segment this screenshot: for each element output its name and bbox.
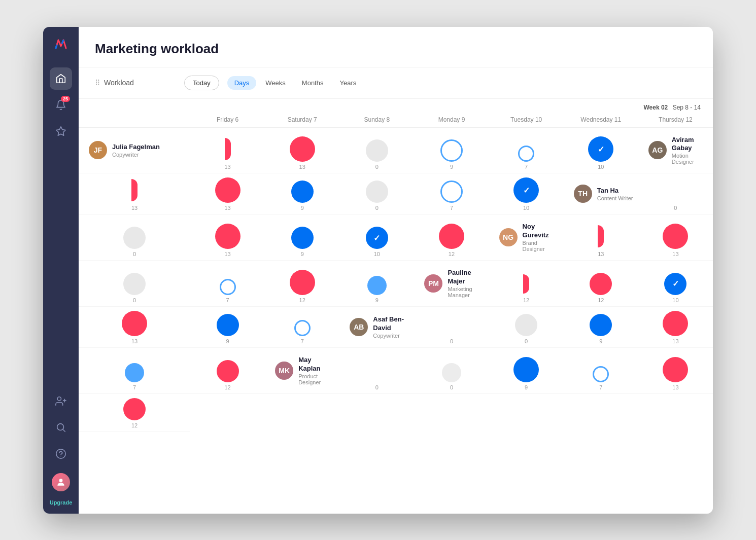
avatar-may: MK xyxy=(275,362,293,380)
col-header-wed: Wednesday 11 xyxy=(564,113,638,128)
bubble-asaf-mon xyxy=(663,311,688,336)
sidebar-item-help[interactable] xyxy=(50,443,72,465)
bubble-asaf-sat xyxy=(515,314,537,336)
svg-rect-0 xyxy=(52,35,70,53)
bubble-pauline-mon xyxy=(122,311,147,336)
col-header-person xyxy=(79,113,190,128)
col-header-mon: Monday 9 xyxy=(414,113,489,128)
may-mon: 7 xyxy=(564,348,638,394)
week-header: Week 02 Sep 8 - 14 xyxy=(79,99,713,113)
may-wed: 12 xyxy=(79,394,190,432)
sidebar-item-notifications[interactable]: 25 xyxy=(50,94,72,116)
today-button[interactable]: Today xyxy=(184,76,219,90)
pauline-tue: 9 xyxy=(190,307,265,348)
bubble-noy-wed xyxy=(367,276,387,295)
page-header: Marketing workload xyxy=(79,27,713,67)
sidebar-item-add-user[interactable] xyxy=(50,390,72,412)
role-julia: Copywriter xyxy=(112,152,160,158)
role-may: Product Designer xyxy=(298,373,334,385)
tab-days[interactable]: Days xyxy=(227,76,257,90)
bubble-julia-wed: ✓ xyxy=(588,136,613,162)
tanha-sun: 13 xyxy=(190,214,265,261)
sidebar: 25 xyxy=(43,27,79,514)
bubble-aviram-mon xyxy=(366,181,388,203)
user-avatar[interactable] xyxy=(52,473,70,491)
bubble-julia-mon xyxy=(440,139,463,162)
noy-tue: 12 xyxy=(265,261,339,307)
notification-badge: 25 xyxy=(61,96,70,102)
svg-marker-1 xyxy=(56,126,65,135)
bubble-julia-fri xyxy=(225,138,231,160)
aviram-fri: 13 xyxy=(79,173,190,214)
sidebar-item-home[interactable] xyxy=(50,67,72,90)
name-aviram: Aviram Gabay xyxy=(672,136,708,153)
role-noy: Brand Designer xyxy=(523,240,559,252)
may-sun: 9 xyxy=(489,348,564,394)
person-aviram: AG Aviram Gabay Motion Designer xyxy=(638,128,713,174)
toolbar: ⠿ Workload Today Days Weeks Months Years xyxy=(79,67,713,99)
aviram-tue: 7 xyxy=(414,173,489,214)
julia-mon: 9 xyxy=(414,128,489,174)
bubble-noy-mon xyxy=(220,279,236,295)
app-window: 25 xyxy=(43,27,713,514)
asaf-wed: 12 xyxy=(190,348,265,394)
bubble-may-wed xyxy=(123,398,146,420)
tanha-sat: 0 xyxy=(79,214,190,261)
noy-mon: 7 xyxy=(190,261,265,307)
bubble-tanha-sat xyxy=(123,227,146,249)
pauline-mon: 13 xyxy=(79,307,190,348)
tab-weeks[interactable]: Weeks xyxy=(258,76,293,90)
bubble-asaf-wed xyxy=(217,360,239,382)
aviram-sun: 9 xyxy=(265,173,339,214)
name-julia: Julia Fagelman xyxy=(112,143,160,152)
workload-grid: Friday 6 Saturday 7 Sunday 8 Monday 9 Tu… xyxy=(79,113,713,432)
view-tabs: Days Weeks Months Years xyxy=(227,76,364,90)
bubble-pauline-wed xyxy=(294,320,311,336)
may-tue: 13 xyxy=(638,348,713,394)
aviram-sat: 13 xyxy=(190,173,265,214)
bubble-julia-tue xyxy=(518,146,534,162)
bubble-pauline-tue xyxy=(217,314,239,336)
may-fri: 0 xyxy=(339,348,414,394)
workload-grid-container: Week 02 Sep 8 - 14 Friday 6 Saturday 7 S… xyxy=(79,99,713,514)
bubble-julia-sun xyxy=(366,139,388,162)
bubble-pauline-sat xyxy=(590,273,612,295)
bubble-noy-sat xyxy=(663,224,688,249)
app-logo[interactable] xyxy=(52,35,70,55)
bubble-julia-sat xyxy=(290,136,315,162)
sidebar-item-favorites[interactable] xyxy=(50,120,72,142)
upgrade-button[interactable]: Upgrade xyxy=(50,499,73,506)
col-header-tue: Tuesday 10 xyxy=(489,113,564,128)
person-may: MK May Kaplan Product Designer xyxy=(265,348,339,394)
bubble-asaf-sun xyxy=(590,314,612,336)
avatar-julia: JF xyxy=(89,141,107,159)
role-aviram: Motion Designer xyxy=(672,153,708,165)
bubble-noy-sun xyxy=(123,273,146,295)
bubble-may-mon xyxy=(593,366,609,382)
noy-sat: 13 xyxy=(638,214,713,261)
col-header-sat: Saturday 7 xyxy=(265,113,339,128)
sidebar-item-search[interactable] xyxy=(50,416,72,439)
aviram-mon: 0 xyxy=(339,173,414,214)
avatar-pauline: PM xyxy=(424,274,442,293)
tab-months[interactable]: Months xyxy=(295,76,331,90)
svg-point-9 xyxy=(59,479,63,482)
avatar-tanha: TH xyxy=(574,185,592,203)
tab-years[interactable]: Years xyxy=(332,76,363,90)
pauline-fri: 12 xyxy=(489,261,564,307)
avatar-asaf: AB xyxy=(350,318,368,336)
svg-point-2 xyxy=(57,397,61,400)
pauline-sun: ✓ 10 xyxy=(638,261,713,307)
bubble-may-sun xyxy=(513,357,539,382)
bubble-pauline-sun: ✓ xyxy=(664,273,686,295)
drag-icon: ⠿ xyxy=(95,79,100,87)
bubble-aviram-sat xyxy=(215,177,240,203)
avatar-aviram: AG xyxy=(648,141,667,159)
asaf-tue: 7 xyxy=(79,348,190,394)
bubble-tanha-tue: ✓ xyxy=(366,227,388,249)
bubble-asaf-tue xyxy=(125,363,144,382)
role-asaf: Copywriter xyxy=(373,333,409,339)
person-pauline: PM Pauline Majer Marketing Manager xyxy=(414,261,489,307)
may-sat: 0 xyxy=(414,348,489,394)
noy-sun: 0 xyxy=(79,261,190,307)
